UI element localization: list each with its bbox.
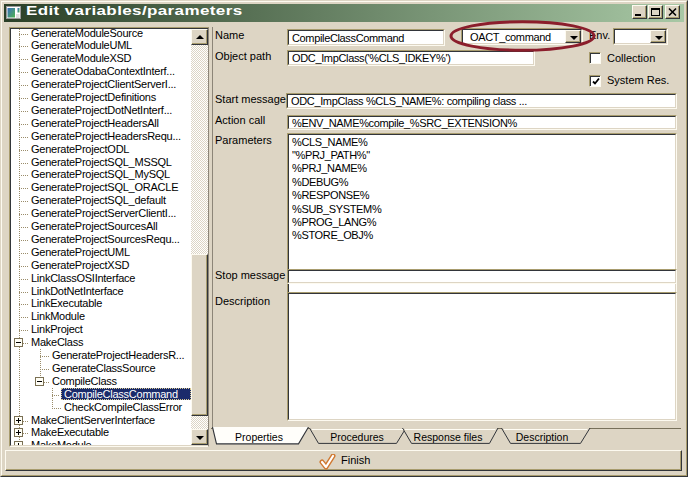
- svg-text:Response files: Response files: [414, 431, 483, 443]
- svg-text:Properties: Properties: [235, 431, 283, 443]
- svg-text:Description: Description: [516, 431, 569, 443]
- svg-text:Procedures: Procedures: [330, 431, 384, 443]
